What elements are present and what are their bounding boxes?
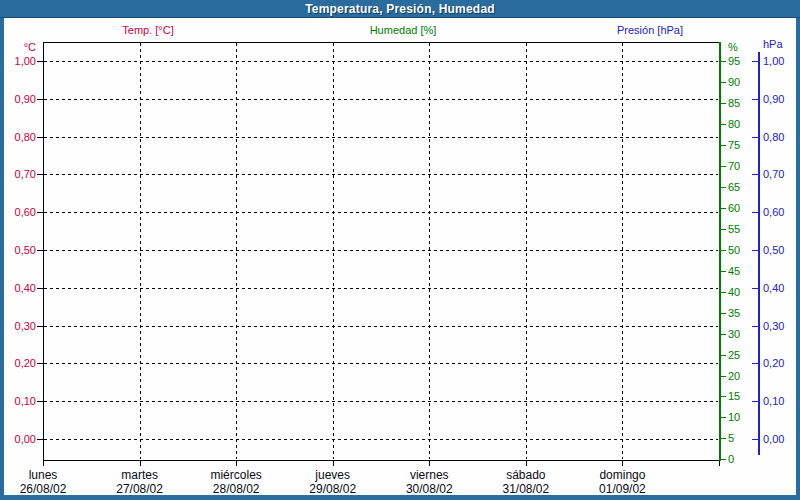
humidity-axis-line	[719, 42, 721, 461]
x-axis-date-label: 28/08/02	[213, 483, 260, 496]
left-axis-tick-label: 0,30	[6, 320, 36, 332]
humidity-axis-tick	[721, 355, 726, 356]
humidity-axis-tick-label: 45	[728, 265, 740, 277]
pressure-axis-tick-label: 0,70	[763, 168, 784, 180]
x-axis-day-label: lunes	[29, 469, 58, 482]
chart-canvas: Temp. [°C]Humedad [%]Presión [hPa]1,000,…	[0, 0, 800, 500]
pressure-axis-tick	[752, 174, 758, 175]
pressure-axis-tick-label: 0,30	[763, 320, 784, 332]
x-axis-day-label: sábado	[506, 469, 545, 482]
pressure-axis-tick	[752, 250, 758, 251]
humidity-axis-tick	[721, 103, 726, 104]
pressure-axis-tick	[752, 212, 758, 213]
left-axis-tick	[37, 288, 43, 289]
humidity-axis-tick	[721, 124, 726, 125]
pressure-axis-tick	[752, 288, 758, 289]
plot-border-bottom	[43, 460, 720, 461]
pressure-axis-tick	[752, 401, 758, 402]
humidity-axis-tick-label: 85	[728, 97, 740, 109]
humidity-axis-tick-label: 65	[728, 181, 740, 193]
humidity-axis-tick-label: 35	[728, 307, 740, 319]
left-axis-tick-label: 0,00	[6, 433, 36, 445]
v-gridline	[140, 43, 141, 459]
left-axis-tick-label: 0,10	[6, 395, 36, 407]
h-gridline	[44, 363, 718, 364]
humidity-axis-tick	[721, 438, 726, 439]
pressure-axis-tick	[752, 326, 758, 327]
weather-chart-window: Temperatura, Presión, Humedad Temp. [°C]…	[0, 0, 800, 500]
v-gridline	[236, 43, 237, 459]
pressure-axis-tick	[752, 137, 758, 138]
left-axis-tick	[37, 61, 43, 62]
humidity-axis-tick-label: 25	[728, 349, 740, 361]
plot-border-top	[43, 42, 719, 43]
x-axis-date-label: 01/09/02	[599, 483, 646, 496]
v-gridline	[333, 43, 334, 459]
pressure-axis-tick	[752, 439, 758, 440]
humidity-axis-tick	[721, 250, 726, 251]
pressure-axis-tick-label: 0,90	[763, 93, 784, 105]
humidity-axis-tick	[721, 166, 726, 167]
humidity-axis-tick-label: 30	[728, 328, 740, 340]
x-axis-date-label: 27/08/02	[116, 483, 163, 496]
humidity-axis-tick	[721, 208, 726, 209]
pressure-axis-tick-label: 1,00	[763, 55, 784, 67]
x-axis-tick	[526, 461, 527, 466]
h-gridline	[44, 401, 718, 402]
pressure-axis-line	[758, 52, 760, 455]
h-gridline	[44, 250, 718, 251]
x-axis-date-label: 30/08/02	[406, 483, 453, 496]
left-axis-tick	[37, 174, 43, 175]
plot-border-left	[43, 42, 44, 461]
h-gridline	[44, 99, 718, 100]
x-axis-day-label: domingo	[599, 469, 645, 482]
legend-item-3: Presión [hPa]	[617, 24, 683, 36]
x-axis-date-label: 31/08/02	[502, 483, 549, 496]
x-axis-day-label: jueves	[315, 469, 350, 482]
h-gridline	[44, 326, 718, 327]
x-axis-tick	[333, 461, 334, 466]
humidity-axis-tick	[721, 417, 726, 418]
v-gridline	[429, 43, 430, 459]
pressure-axis-tick	[752, 99, 758, 100]
h-gridline	[44, 174, 718, 175]
x-axis-tick	[236, 461, 237, 466]
humidity-axis-tick-label: 90	[728, 76, 740, 88]
humidity-axis-tick	[721, 334, 726, 335]
left-axis-tick	[37, 363, 43, 364]
humidity-axis-tick-label: 55	[728, 223, 740, 235]
v-gridline	[622, 43, 623, 459]
h-gridline	[44, 137, 718, 138]
h-gridline	[44, 61, 718, 62]
humidity-axis-tick-label: 60	[728, 202, 740, 214]
humidity-axis-tick	[721, 229, 726, 230]
pressure-axis-tick-label: 0,10	[763, 395, 784, 407]
left-axis-tick-label: 0,20	[6, 357, 36, 369]
x-axis-tick	[43, 461, 44, 466]
humidity-axis-tick	[721, 271, 726, 272]
humidity-axis-tick-label: 0	[728, 453, 734, 465]
humidity-axis-tick	[721, 292, 726, 293]
x-axis-tick	[140, 461, 141, 466]
left-axis-tick-label: 1,00	[6, 55, 36, 67]
humidity-axis-tick	[721, 313, 726, 314]
x-axis-day-label: miércoles	[210, 469, 261, 482]
x-axis-date-label: 26/08/02	[20, 483, 67, 496]
humidity-axis-tick	[721, 376, 726, 377]
pressure-axis-unit-label: hPa	[763, 38, 783, 50]
pressure-axis-tick-label: 0,00	[763, 433, 784, 445]
left-axis-tick	[37, 137, 43, 138]
humidity-axis-tick-label: 20	[728, 370, 740, 382]
x-axis-tick	[429, 461, 430, 466]
pressure-axis-tick-label: 0,50	[763, 244, 784, 256]
x-axis-tick	[622, 461, 623, 466]
legend-item-1: Temp. [°C]	[122, 24, 173, 36]
left-axis-tick	[37, 401, 43, 402]
humidity-axis-tick	[721, 187, 726, 188]
x-axis-day-label: martes	[121, 469, 158, 482]
humidity-axis-tick-label: 80	[728, 118, 740, 130]
pressure-axis-tick-label: 0,40	[763, 282, 784, 294]
humidity-axis-tick	[721, 82, 726, 83]
humidity-axis-tick-label: 70	[728, 160, 740, 172]
h-gridline	[44, 439, 718, 440]
